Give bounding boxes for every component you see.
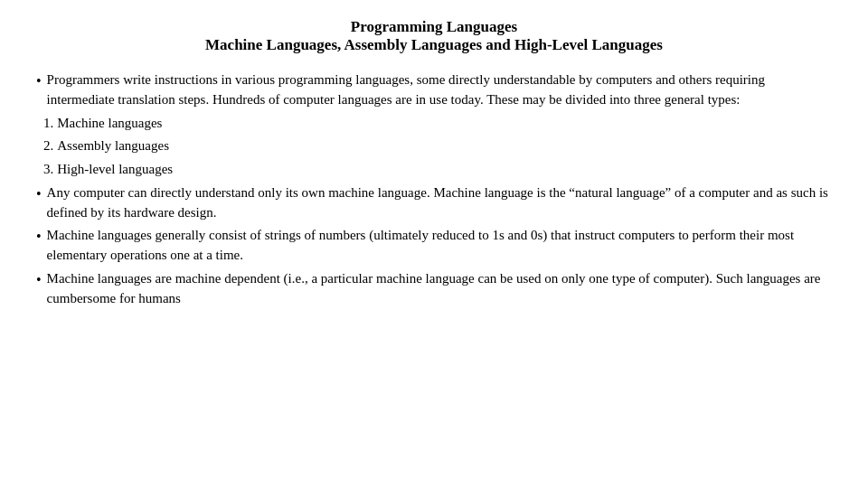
number-symbol: 3. — [43, 160, 53, 180]
numbered-item: 3.High-level languages — [43, 160, 832, 180]
bullet-item: •Programmers write instructions in vario… — [36, 70, 832, 110]
bullet-symbol: • — [36, 269, 42, 290]
bullet-symbol: • — [36, 70, 42, 91]
numbered-text: High-level languages — [57, 160, 832, 180]
slide-container: Programming Languages Machine Languages,… — [0, 0, 868, 488]
number-symbol: 1. — [43, 114, 53, 134]
numbered-text: Machine languages — [57, 114, 832, 134]
number-symbol: 2. — [43, 136, 53, 156]
bullet-item: •Machine languages are machine dependent… — [36, 269, 832, 309]
bullet-text: Programmers write instructions in variou… — [47, 70, 832, 110]
bullet-symbol: • — [36, 226, 42, 247]
header-title: Programming Languages — [36, 18, 832, 36]
bullet-item: •Machine languages generally consist of … — [36, 226, 832, 266]
bullet-text: Any computer can directly understand onl… — [47, 183, 832, 223]
bullet-text: Machine languages are machine dependent … — [47, 269, 832, 309]
slide-header: Programming Languages Machine Languages,… — [36, 18, 832, 54]
numbered-item: 1.Machine languages — [43, 114, 832, 134]
bullet-item: •Any computer can directly understand on… — [36, 183, 832, 223]
slide-content: •Programmers write instructions in vario… — [36, 70, 832, 470]
bullet-symbol: • — [36, 183, 42, 204]
bullet-text: Machine languages generally consist of s… — [47, 226, 832, 266]
numbered-text: Assembly languages — [57, 136, 832, 156]
numbered-item: 2.Assembly languages — [43, 136, 832, 156]
header-subtitle: Machine Languages, Assembly Languages an… — [36, 36, 832, 54]
